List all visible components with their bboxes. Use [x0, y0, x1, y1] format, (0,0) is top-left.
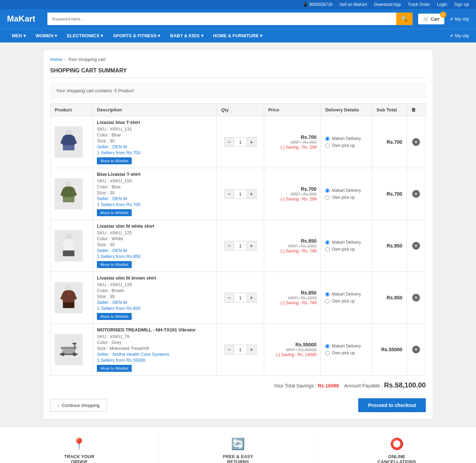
- product-sku-1: SKU : #SKU_150: [97, 178, 212, 183]
- nav-men[interactable]: MEN ▾: [7, 29, 31, 42]
- my-city-selector[interactable]: ✔ My city: [450, 16, 469, 22]
- phone-number: 📱 9000926716: [303, 2, 333, 7]
- savings-label: Your Total Savings :: [274, 383, 316, 389]
- delete-item-btn-4[interactable]: ✕: [412, 346, 420, 353]
- cart-table: Product Description Qty Price Delivery D…: [50, 103, 426, 376]
- qty-cell-1: − 1 +: [217, 168, 264, 220]
- move-to-wishlist-btn-3[interactable]: Move to Wishlist: [97, 313, 132, 320]
- chevron-down-icon: ▾: [201, 33, 204, 38]
- price-main-2: Rs.850: [268, 238, 317, 244]
- delivery-pickup-radio-4[interactable]: [325, 351, 330, 355]
- delivery-pickup-4[interactable]: Own pick up: [325, 351, 368, 355]
- continue-shopping-button[interactable]: ‹ Continue shopping: [50, 399, 107, 412]
- qty-increase-btn-3[interactable]: +: [247, 293, 256, 303]
- product-sellers-link-2[interactable]: 1 Sellers from Rs.850: [97, 254, 212, 259]
- checkout-button[interactable]: Proceed to checkout: [358, 398, 426, 412]
- delete-item-btn-3[interactable]: ✕: [412, 294, 420, 301]
- move-to-wishlist-btn-4[interactable]: Move to Wishlist: [97, 365, 132, 372]
- delivery-pickup-radio-2[interactable]: [325, 247, 330, 252]
- delivery-pickup-0[interactable]: Own pick up: [325, 143, 368, 148]
- qty-increase-btn-0[interactable]: +: [247, 137, 256, 147]
- delivery-pickup-radio-1[interactable]: [325, 195, 330, 200]
- delivery-makart-4[interactable]: Makart Delivery: [325, 344, 368, 348]
- qty-increase-btn-4[interactable]: +: [247, 345, 256, 354]
- qty-increase-btn-1[interactable]: +: [247, 189, 256, 199]
- move-to-wishlist-btn-2[interactable]: Move to Wishlist: [97, 261, 132, 268]
- qty-decrease-btn-4[interactable]: −: [224, 345, 234, 354]
- subtotal-cell-2: Rs.850: [372, 220, 407, 272]
- nav-electronics[interactable]: ELECTRONICS ▾: [62, 29, 108, 42]
- search-button[interactable]: 🔍: [396, 13, 413, 25]
- col-product: Product: [51, 104, 93, 116]
- payable-amount: Rs.58,100.00: [384, 381, 426, 389]
- delivery-makart-0[interactable]: Makart Delivery: [325, 136, 368, 141]
- payable-label: Amount Payable :: [344, 383, 383, 389]
- qty-decrease-btn-2[interactable]: −: [224, 241, 234, 251]
- delete-item-btn-2[interactable]: ✕: [412, 242, 420, 250]
- breadcrumb: Home › Your shopping cart: [50, 57, 426, 62]
- price-saving-3: (-) Saving : Rs. 749: [268, 300, 317, 305]
- search-input[interactable]: [47, 13, 396, 25]
- chevron-down-icon: ▾: [101, 33, 103, 38]
- delete-item-btn-0[interactable]: ✕: [412, 138, 420, 146]
- breadcrumb-home[interactable]: Home: [50, 57, 62, 62]
- qty-decrease-btn-3[interactable]: −: [224, 293, 234, 303]
- delivery-cell-0: Makart Delivery Own pick up: [321, 116, 372, 168]
- feature-track-title: TRACK YOURORDER: [7, 454, 152, 463]
- cart-button[interactable]: 🛒 Cart 5: [418, 14, 444, 24]
- price-mrp-2: MRP : Rs.1599: [268, 244, 317, 249]
- delivery-makart-3[interactable]: Makart Delivery: [325, 292, 368, 297]
- product-color-1: Color : Blue: [97, 184, 212, 189]
- move-to-wishlist-btn-1[interactable]: Move to Wishlist: [97, 209, 132, 216]
- breadcrumb-sep: ›: [64, 57, 66, 62]
- delete-item-btn-1[interactable]: ✕: [412, 190, 420, 198]
- delivery-options-2: Makart Delivery Own pick up: [325, 240, 368, 252]
- delivery-makart-radio-3[interactable]: [325, 292, 330, 297]
- login-link[interactable]: Login: [437, 2, 447, 7]
- sell-link[interactable]: Sell on MaKart: [339, 2, 367, 7]
- nav-sports[interactable]: SPORTS & FITNESS ▾: [108, 29, 165, 42]
- product-sellers-link-0[interactable]: 1 Sellers from Rs.700: [97, 150, 212, 155]
- qty-decrease-btn-1[interactable]: −: [224, 189, 234, 199]
- delivery-pickup-radio-0[interactable]: [325, 143, 330, 148]
- product-sellers-link-4[interactable]: 1 Sellers from Rs.55000: [97, 358, 212, 363]
- delivery-pickup-radio-3[interactable]: [325, 299, 330, 304]
- nav-home[interactable]: HOME & FURNITURE ▾: [208, 29, 268, 42]
- product-sellers-link-1[interactable]: 1 Sellers from Rs.700: [97, 202, 212, 207]
- move-to-wishlist-btn-0[interactable]: Move to Wishlist: [97, 157, 132, 164]
- price-mrp-3: MRP : Rs.1599: [268, 296, 317, 300]
- nav-my-city[interactable]: ✔ My city: [450, 33, 469, 38]
- signup-link[interactable]: Sign Up: [454, 2, 469, 7]
- logo[interactable]: MaKart: [7, 14, 42, 24]
- delivery-makart-radio-2[interactable]: [325, 240, 330, 245]
- qty-cell-3: − 1 +: [217, 272, 264, 324]
- delete-cell-0: ✕: [407, 116, 425, 168]
- feature-returns-title: FREE & EASYRETURNS: [166, 454, 310, 463]
- subtotal-cell-3: Rs.850: [372, 272, 407, 324]
- product-desc-cell-0: Livastar blue T-shirt SKU : #SKU_131 Col…: [93, 116, 217, 168]
- product-sellers-link-3[interactable]: 1 Sellers from Rs.850: [97, 306, 212, 311]
- delivery-pickup-3[interactable]: Own pick up: [325, 299, 368, 304]
- qty-value-3: 1: [234, 293, 247, 303]
- nav-baby[interactable]: BABY & KIDS ▾: [165, 29, 208, 42]
- delivery-makart-2[interactable]: Makart Delivery: [325, 240, 368, 245]
- price-cell-1: Rs.700 MRP : Rs.999 (-) Saving : Rs. 299: [264, 168, 321, 220]
- nav-women[interactable]: WOMEN ▾: [31, 29, 62, 42]
- price-main-3: Rs.850: [268, 290, 317, 296]
- breadcrumb-current: Your shopping cart: [68, 57, 106, 62]
- price-mrp-1: MRP : Rs.999: [268, 192, 317, 197]
- download-link[interactable]: Download App: [374, 2, 401, 7]
- qty-increase-btn-2[interactable]: +: [247, 241, 256, 251]
- delivery-makart-radio-1[interactable]: [325, 188, 330, 193]
- delivery-makart-radio-0[interactable]: [325, 136, 330, 141]
- delivery-pickup-2[interactable]: Own pick up: [325, 247, 368, 252]
- delivery-pickup-1[interactable]: Own pick up: [325, 195, 368, 200]
- track-order-link[interactable]: Track Order: [408, 2, 430, 7]
- qty-decrease-btn-0[interactable]: −: [224, 137, 234, 147]
- qty-cell-0: − 1 +: [217, 116, 264, 168]
- qty-control-2: − 1 +: [221, 241, 259, 251]
- delivery-makart-1[interactable]: Makart Delivery: [325, 188, 368, 193]
- product-size-1: Size : 30: [97, 190, 212, 195]
- product-color-2: Color : White: [97, 236, 212, 241]
- delivery-makart-radio-4[interactable]: [325, 344, 330, 348]
